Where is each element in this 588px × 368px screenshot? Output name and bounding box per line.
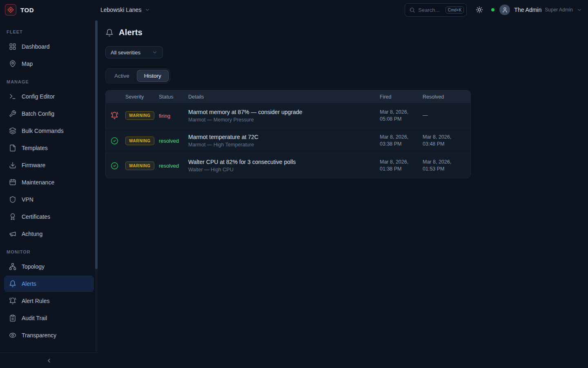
sidebar-item-config-editor[interactable]: Config Editor (4, 88, 94, 105)
alerts-table-head: SeverityStatusDetailsFiredResolved (106, 90, 470, 103)
sidebar-item-label: Achtung (22, 231, 42, 237)
alert-fired-time: Mar 8, 2026, 01:38 PM (380, 159, 423, 173)
sidebar-scrollbar-thumb[interactable] (95, 20, 98, 269)
map-pin-icon (9, 60, 16, 67)
alert-status: resolved (159, 138, 179, 144)
sidebar-item-label: Alerts (22, 280, 36, 287)
theme-toggle-button[interactable] (474, 4, 485, 15)
search-input[interactable]: Search... Cmd+K (405, 3, 467, 17)
sidebar: FLEET Dashboard Map MANAGE Config Editor… (0, 20, 98, 368)
sidebar-item-transparency[interactable]: Transparency (4, 327, 94, 343)
bell-icon (105, 29, 114, 37)
page-title: Alerts (119, 28, 143, 37)
sidebar-scrollbar[interactable] (95, 20, 98, 352)
alert-resolved-time: — (423, 112, 466, 119)
sidebar-item-label: VPN (22, 196, 33, 203)
severity-badge: WARNING (125, 111, 154, 120)
sidebar-item-bulk-commands[interactable]: Bulk Commands (4, 123, 94, 139)
sidebar-item-maintenance[interactable]: Maintenance (4, 174, 94, 191)
alert-subtitle: Walter — High CPU (188, 167, 376, 173)
sidebar-item-label: Dashboard (22, 43, 50, 50)
award-icon (9, 213, 16, 220)
alert-title: Marmot temperature at 72C (188, 134, 376, 140)
wrench-icon (9, 110, 16, 117)
sidebar-item-audit-trail[interactable]: Audit Trail (4, 310, 94, 326)
sidebar-item-vpn[interactable]: VPN (4, 191, 94, 208)
sidebar-item-topology[interactable]: Topology (4, 258, 94, 275)
tab-active[interactable]: Active (107, 70, 136, 81)
tab-history[interactable]: History (137, 70, 168, 81)
org-name: Lebowski Lanes (100, 7, 141, 13)
column-header-fired: Fired (380, 94, 423, 100)
sidebar-item-templates[interactable]: Templates (4, 140, 94, 156)
sidebar-item-label: Certificates (22, 213, 50, 220)
sidebar-item-achtung[interactable]: Achtung (4, 226, 94, 242)
sidebar-item-firmware[interactable]: Firmware (4, 157, 94, 173)
alert-resolved-time: Mar 8, 2026, 01:53 PM (423, 159, 466, 173)
alert-resolved-time: Mar 8, 2026, 03:48 PM (423, 134, 466, 148)
sidebar-item-label: Firmware (22, 162, 45, 168)
alert-title: Marmot memory at 87% — consider upgrade (188, 109, 376, 115)
page-header: Alerts (105, 28, 578, 37)
sidebar-section: MANAGE Config Editor Batch Config Bulk C… (0, 73, 98, 242)
column-header-details: Details (188, 94, 380, 100)
sidebar-item-dashboard[interactable]: Dashboard (4, 38, 94, 55)
sidebar-collapse-button[interactable] (43, 355, 55, 366)
main-content: Alerts All severities Active History Sev… (98, 20, 588, 368)
file-icon (9, 144, 16, 152)
search-placeholder: Search... (418, 7, 442, 13)
sidebar-item-alerts[interactable]: Alerts (4, 276, 94, 292)
severity-filter-value: All severities (111, 49, 140, 56)
check-circle-icon (111, 162, 118, 170)
alert-status: resolved (159, 163, 179, 169)
megaphone-icon (9, 230, 16, 238)
sidebar-item-label: Bulk Commands (22, 128, 64, 134)
sidebar-section-label: MONITOR (0, 243, 98, 258)
severity-badge: WARNING (125, 162, 154, 170)
sidebar-item-label: Alert Rules (22, 298, 49, 304)
terminal-icon (9, 93, 16, 100)
sidebar-item-label: Transparency (22, 332, 56, 339)
org-selector[interactable]: Lebowski Lanes (97, 4, 154, 16)
clipboard-icon (9, 314, 16, 322)
grid-icon (9, 43, 16, 50)
alert-title: Walter CPU at 82% for 3 consecutive poll… (188, 159, 376, 165)
sidebar-item-label: Topology (22, 263, 45, 270)
chevron-down-icon (577, 7, 582, 13)
user-name: The Admin (514, 7, 541, 13)
alert-row[interactable]: WARNING resolved Walter CPU at 82% for 3… (106, 153, 470, 178)
sidebar-item-label: Audit Trail (22, 315, 47, 321)
app-logo-icon (5, 4, 16, 16)
sidebar-item-batch-config[interactable]: Batch Config (4, 105, 94, 122)
sidebar-item-label: Maintenance (22, 179, 54, 186)
alert-fired-time: Mar 8, 2026, 03:38 PM (380, 134, 423, 148)
shield-icon (9, 196, 16, 203)
eye-icon (9, 332, 16, 339)
alert-status: firing (159, 113, 170, 119)
column-header-severity: Severity (125, 94, 159, 100)
network-icon (9, 263, 16, 270)
user-role: Super Admin (545, 7, 573, 13)
bell-ring-icon (9, 297, 16, 305)
brand: TOD (5, 4, 97, 16)
severity-filter-select[interactable]: All severities (105, 46, 163, 58)
alert-row[interactable]: WARNING resolved Marmot temperature at 7… (106, 128, 470, 153)
chevron-down-icon (145, 7, 150, 13)
alert-subtitle: Marmot — High Temperature (188, 142, 376, 148)
sidebar-nav: FLEET Dashboard Map MANAGE Config Editor… (0, 20, 98, 343)
sidebar-item-certificates[interactable]: Certificates (4, 209, 94, 225)
calendar-icon (9, 179, 16, 186)
sidebar-item-map[interactable]: Map (4, 56, 94, 72)
column-header-resolved: Resolved (423, 94, 466, 100)
severity-badge: WARNING (125, 137, 154, 145)
chevron-down-icon (152, 49, 158, 55)
column-header-status: Status (159, 94, 188, 100)
sidebar-item-label: Map (22, 61, 33, 67)
sidebar-item-label: Templates (22, 145, 48, 151)
check-circle-icon (111, 137, 118, 145)
user-menu[interactable]: The Admin Super Admin (499, 4, 582, 15)
alert-row[interactable]: WARNING firing Marmot memory at 87% — co… (106, 103, 470, 128)
sidebar-section: FLEET Dashboard Map (0, 23, 98, 72)
download-icon (9, 162, 16, 169)
sidebar-item-alert-rules[interactable]: Alert Rules (4, 293, 94, 309)
